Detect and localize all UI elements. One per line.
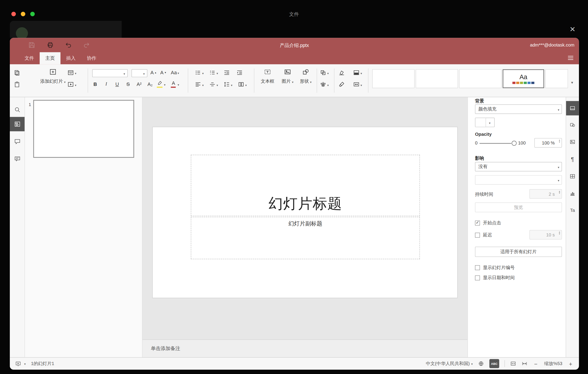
line-spacing-button[interactable] [223,81,232,88]
duration-spinner[interactable]: 2 s▴▾ [529,189,562,199]
opacity-spinner[interactable]: 100 %▴▾ [534,138,562,147]
delay-checkbox[interactable]: 延迟 [475,232,492,238]
language-select[interactable]: 中文(中华人民共和国) [426,360,473,367]
save-icon[interactable] [28,41,35,49]
fit-to-slide-icon[interactable] [510,361,516,367]
insert-textbox-button[interactable]: 文本框 [259,68,277,85]
copy-style-button[interactable] [338,81,345,88]
undo-icon[interactable] [64,41,72,49]
superscript-button[interactable]: A² [135,80,144,88]
spinner-arrows-icon[interactable]: ▴▾ [559,190,560,194]
horizontal-align-button[interactable] [195,81,204,88]
decrease-font-button[interactable]: A▼ [160,70,167,75]
tab-insert[interactable]: 插入 [61,52,81,64]
document-language-icon[interactable] [478,361,484,367]
clear-style-button[interactable] [338,69,345,76]
slide-canvas[interactable]: 幻灯片标题 幻灯片副标题 [152,127,458,298]
show-slide-number-checkbox[interactable]: 显示幻灯片编号 [475,264,515,271]
change-layout-button[interactable] [67,69,76,76]
zoom-in-button[interactable]: + [568,360,574,367]
theme-thumbnail-3[interactable] [459,69,501,88]
underline-button[interactable]: U [113,80,122,88]
subscript-button[interactable]: A₂ [146,80,155,88]
background-avatar [16,27,28,39]
show-date-time-checkbox[interactable]: 显示日期和时间 [475,275,515,281]
slide-thumbnail-number: 1 [29,102,31,107]
spinner-arrows-icon[interactable]: ▴▾ [559,231,560,235]
chart-settings-icon[interactable] [566,186,579,200]
table-settings-icon[interactable] [566,169,579,183]
menu-icon[interactable] [567,54,574,62]
font-color-button[interactable]: A [170,80,179,88]
increase-font-button[interactable]: A▲ [150,70,157,75]
chat-icon[interactable] [10,152,25,166]
spellcheck-icon[interactable]: ABC [489,359,499,368]
slide-title-placeholder[interactable]: 幻灯片标题 [191,155,420,216]
fill-color-picker[interactable] [475,118,495,127]
paste-button[interactable] [14,81,20,88]
document-title: 产品介绍.pptx [123,42,466,49]
font-size-select[interactable] [132,69,147,77]
slide-size-button[interactable] [353,81,362,88]
theme-thumbnail-5[interactable] [545,69,568,88]
start-on-click-checkbox[interactable]: 开始点击 [475,220,501,226]
bullets-button[interactable] [195,69,204,76]
font-name-select[interactable] [92,69,128,77]
bold-button[interactable]: B [91,80,100,88]
slides-panel-icon[interactable] [10,117,25,131]
comments-icon[interactable] [10,134,25,149]
italic-button[interactable]: I [102,80,111,88]
theme-thumbnail-2[interactable] [416,69,458,88]
checkbox-checked-icon [475,220,480,225]
zoom-out-button[interactable]: − [533,360,539,367]
arrange-shapes-button[interactable] [320,69,329,76]
insert-shape-button[interactable]: 形状 [297,68,315,85]
image-settings-icon[interactable] [566,135,579,149]
start-slideshow-button[interactable] [67,81,76,88]
slide-subtitle-placeholder[interactable]: 幻灯片副标题 [191,217,420,259]
increase-indent-button[interactable] [236,69,243,76]
print-icon[interactable] [46,41,54,49]
opacity-slider-handle[interactable] [512,141,516,146]
slide-thumbnail[interactable] [33,100,134,158]
paragraph-settings-icon[interactable]: ¶ [566,152,579,166]
text-art-settings-icon[interactable]: Ta [566,203,579,217]
tab-home[interactable]: 主页 [40,52,61,64]
theme-gallery-expand-button[interactable] [571,78,573,84]
slide-fill-button[interactable] [353,69,362,76]
screen: 文件 产品介绍.pptx adm***@dootask.com 文件 主页 插入… [0,0,588,374]
start-slideshow-statusbar-button[interactable] [15,361,26,367]
vertical-align-button[interactable] [209,81,218,88]
close-icon[interactable] [568,24,578,34]
preview-button[interactable]: 预览 [475,202,562,212]
change-case-button[interactable]: Aa [171,70,179,75]
decrease-indent-button[interactable] [223,69,230,76]
spinner-arrows-icon[interactable]: ▴▾ [559,139,560,143]
copy-button[interactable] [14,69,20,76]
slide-settings-icon[interactable] [566,101,579,115]
opacity-min-label: 0 [475,141,477,146]
fit-to-width-icon[interactable] [521,361,527,367]
highlight-color-button[interactable] [156,80,166,88]
zoom-level[interactable]: 缩放%53 [544,360,562,367]
delay-spinner[interactable]: 10 s▴▾ [529,230,562,239]
theme-thumbnail-1[interactable] [372,69,414,88]
insert-image-button[interactable]: 图片 [279,68,296,85]
redo-icon[interactable] [83,41,90,49]
tab-collaboration[interactable]: 协作 [81,52,102,64]
align-shapes-button[interactable] [320,81,329,88]
notes-area[interactable]: 单击添加备注 [143,339,468,357]
opacity-slider-track[interactable] [480,143,511,143]
theme-thumbnail-selected[interactable]: Aa [503,69,544,88]
tab-file[interactable]: 文件 [19,52,40,64]
shape-settings-icon[interactable] [566,118,579,132]
effect-variant-select[interactable] [475,175,562,185]
strikeout-button[interactable]: S [124,80,133,88]
effect-select[interactable]: 没有 [475,162,562,171]
numbering-button[interactable] [209,69,218,76]
columns-button[interactable] [238,81,247,88]
search-icon[interactable] [10,102,25,117]
apply-to-all-slides-button[interactable]: 适用于所有幻灯片 [475,247,562,257]
background-fill-select[interactable]: 颜色填充 [475,104,562,114]
theme-sample-text: Aa [519,74,527,80]
